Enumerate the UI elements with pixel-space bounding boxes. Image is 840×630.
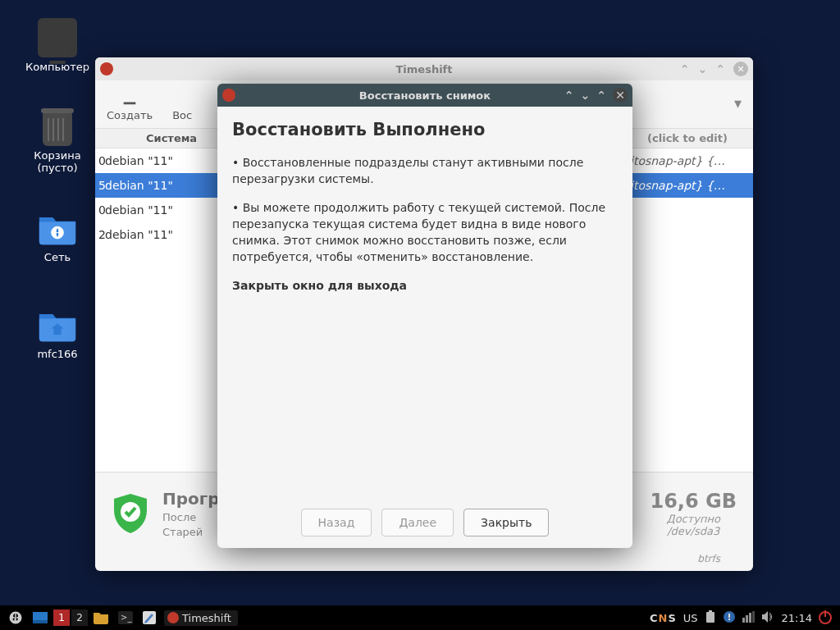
menu-dropdown-icon[interactable]: ▾ [734, 94, 742, 112]
app-icon [167, 612, 179, 623]
minimize-icon[interactable]: ⌄ [698, 62, 708, 75]
clock[interactable]: 21:14 [782, 612, 812, 624]
minimize-icon[interactable]: ⌄ [581, 89, 591, 102]
dialog-text: • Вы можете продолжить работу с текущей … [232, 199, 618, 266]
footer-line: Старей [162, 525, 220, 540]
disk-size: 16,6 GB [650, 490, 737, 513]
tray-notification-icon[interactable] [723, 610, 736, 626]
disk-available: Доступно [650, 513, 737, 525]
keyboard-indicator[interactable]: CNS [650, 612, 677, 624]
desktop-icon-mfc[interactable]: mfc166 [16, 305, 98, 360]
next-button[interactable]: Далее [381, 509, 454, 536]
tray-network-icon[interactable] [742, 611, 756, 625]
svg-rect-10 [728, 614, 730, 618]
back-button[interactable]: Назад [301, 509, 372, 536]
shade-up-icon[interactable]: ⌃ [680, 62, 690, 75]
col-comment[interactable]: (click to edit) [622, 132, 753, 144]
restore-button[interactable]: Вос [172, 89, 192, 121]
tray-volume-icon[interactable] [762, 611, 775, 625]
start-menu-icon[interactable] [3, 605, 28, 630]
svg-rect-11 [728, 619, 730, 620]
keyboard-layout[interactable]: US [683, 612, 698, 624]
svg-text:>_: >_ [121, 613, 132, 623]
footer-title: Прогр [162, 487, 220, 510]
dialog-heading: Восстановить Выполнено [232, 120, 618, 139]
desktop-icon-network[interactable]: Сеть [16, 208, 98, 263]
power-icon[interactable] [819, 611, 832, 624]
computer-icon [38, 18, 77, 57]
app-icon [222, 89, 235, 102]
desktop-icon-trash[interactable]: Корзина (пусто) [16, 112, 98, 174]
desktop-icon-computer[interactable]: Компьютер [16, 18, 98, 73]
svg-rect-7 [706, 612, 714, 623]
maximize-icon[interactable]: ⌃ [715, 62, 725, 75]
create-button[interactable]: Создать [107, 89, 153, 121]
workspace-1[interactable]: 1 [53, 609, 70, 626]
svg-rect-13 [746, 615, 748, 623]
svg-rect-14 [749, 613, 751, 623]
disk-device: /dev/sda3 [650, 525, 737, 537]
taskbar-app-timeshift[interactable]: Timeshift [164, 610, 238, 626]
fs-type: btrfs [697, 553, 720, 564]
close-icon[interactable]: ✕ [733, 62, 748, 76]
workspace-2[interactable]: 2 [71, 609, 88, 626]
dialog-text: • Восстановленные подразделы станут акти… [232, 154, 618, 188]
restore-dialog: Восстановить снимок ⌃ ⌄ ⌃ ✕ Восстановить… [217, 84, 632, 548]
svg-rect-12 [742, 618, 745, 623]
window-titlebar[interactable]: Timeshift ⌃ ⌄ ⌃ ✕ [95, 57, 753, 80]
svg-rect-8 [709, 610, 712, 612]
dialog-titlebar[interactable]: Восстановить снимок ⌃ ⌄ ⌃ ✕ [217, 84, 632, 107]
footer-line: После [162, 510, 220, 525]
close-button[interactable]: Закрыть [463, 509, 549, 536]
dialog-text: Закрыть окно для выхода [232, 277, 618, 294]
maximize-icon[interactable]: ⌃ [596, 89, 606, 102]
show-desktop-icon[interactable] [28, 605, 52, 630]
shield-icon [112, 492, 149, 535]
app-icon [100, 62, 113, 75]
shade-up-icon[interactable]: ⌃ [564, 89, 574, 102]
network-folder-icon [38, 208, 77, 248]
home-folder-icon [38, 305, 77, 345]
window-title: Timeshift [95, 63, 753, 75]
close-icon[interactable]: ✕ [613, 88, 628, 103]
taskbar: 1 2 >_ Timeshift CNS US 21:14 [0, 605, 840, 630]
trash-icon [43, 112, 72, 146]
editor-icon[interactable] [138, 605, 161, 630]
dialog-footer: Назад Далее Закрыть [217, 497, 632, 548]
dialog-body: Восстановить Выполнено • Восстановленные… [217, 107, 632, 318]
svg-rect-3 [33, 620, 48, 623]
desktop-icon-label: Сеть [16, 251, 98, 263]
tray-battery-icon[interactable] [705, 610, 716, 626]
download-icon [121, 89, 139, 107]
terminal-icon[interactable]: >_ [113, 605, 138, 630]
file-manager-icon[interactable] [89, 605, 113, 630]
desktop-icon-label: Корзина (пусто) [16, 149, 98, 174]
svg-rect-15 [752, 611, 755, 623]
desktop-icon-label: mfc166 [16, 348, 98, 360]
